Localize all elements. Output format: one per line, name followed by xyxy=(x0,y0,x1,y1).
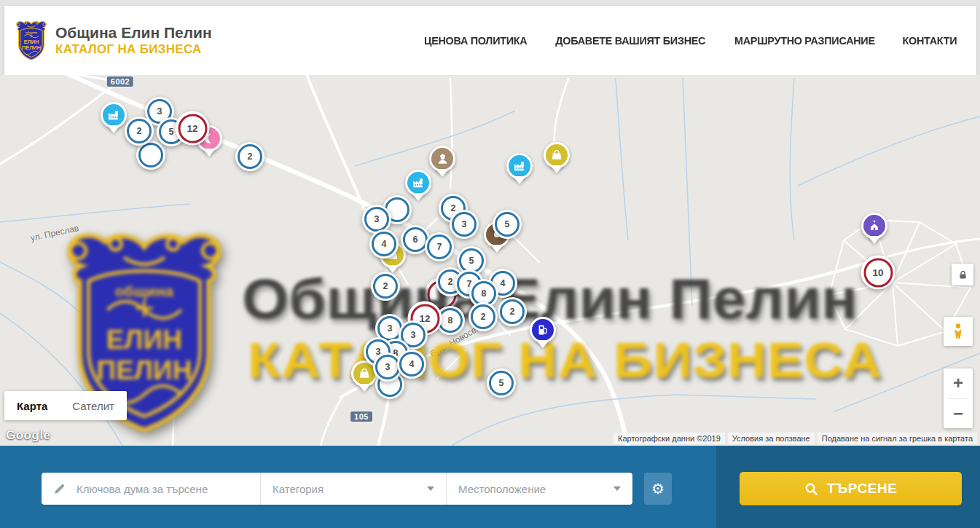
category-select-value: Категория xyxy=(273,483,324,495)
chevron-down-icon xyxy=(427,486,434,491)
factory-pin[interactable] xyxy=(405,170,431,196)
map-canvas[interactable]: 6002105ул. Преславбул. „Новосел 3 Община… xyxy=(0,75,980,446)
cluster-count: 2 xyxy=(127,119,152,143)
main-nav: ЦЕНОВА ПОЛИТИКА ДОБАВЕТЕ ВАШИЯТ БИЗНЕС М… xyxy=(422,6,958,75)
cluster-count: 5 xyxy=(495,212,520,237)
cluster-count: 12 xyxy=(178,114,207,143)
site-logo[interactable]: Община Елин Пелин КАТАЛОГ НА БИЗНЕСА xyxy=(15,20,212,61)
pin-tail xyxy=(107,125,120,140)
church-pin[interactable] xyxy=(861,213,887,239)
cluster-marker[interactable]: 4 xyxy=(397,350,426,379)
factory-icon xyxy=(101,102,127,128)
report-error-link[interactable]: Подаване на сигнал за грешка в картата xyxy=(818,433,977,444)
municipality-crest-icon xyxy=(15,20,48,61)
zoom-control: + − xyxy=(944,369,973,428)
bag-icon xyxy=(544,142,570,168)
worker-pin[interactable] xyxy=(429,146,455,172)
search-fields: Категория Местоположение xyxy=(42,473,632,505)
map-type-satellite-button[interactable]: Сателит xyxy=(60,400,127,412)
factory-pin[interactable] xyxy=(101,102,127,128)
cluster-count: 2 xyxy=(373,274,398,299)
pencil-icon xyxy=(53,482,66,495)
search-icon xyxy=(804,482,818,496)
pin-tail xyxy=(436,169,449,184)
cluster-count: 2 xyxy=(238,144,262,169)
lock-icon xyxy=(957,269,968,280)
chevron-down-icon xyxy=(614,486,621,491)
gear-icon: ⚙ xyxy=(651,480,665,497)
attribution-copyright: Картографски данни ©2019 xyxy=(614,433,725,444)
pin-tail xyxy=(550,165,563,180)
site-subtitle: КАТАЛОГ НА БИЗНЕСА xyxy=(55,42,212,57)
cluster-count: 7 xyxy=(427,235,452,259)
page: Община Елин Пелин КАТАЛОГ НА БИЗНЕСА ЦЕН… xyxy=(0,0,980,528)
pin-tail xyxy=(358,384,371,398)
search-button[interactable]: ТЪРСЕНЕ xyxy=(740,472,962,505)
pin-tail xyxy=(536,340,549,355)
cluster-marker[interactable]: 2 xyxy=(469,302,498,331)
cluster-marker[interactable]: 12 xyxy=(176,111,210,146)
fullscreen-lock-button[interactable] xyxy=(952,264,973,285)
search-button-label: ТЪРСЕНЕ xyxy=(827,481,898,497)
cluster-marker[interactable]: 7 xyxy=(425,232,454,261)
nav-pricing-policy[interactable]: ЦЕНОВА ПОЛИТИКА xyxy=(424,34,527,47)
cluster-count: 2 xyxy=(500,299,525,324)
factory-icon xyxy=(506,153,533,179)
street-view-pegman-button[interactable] xyxy=(944,317,973,346)
pegman-icon xyxy=(949,322,968,341)
cluster-count: 10 xyxy=(863,258,893,287)
location-select-value: Местоположение xyxy=(458,483,546,495)
fuel-pin[interactable] xyxy=(530,317,556,343)
cluster-count: 3 xyxy=(375,355,400,379)
factory-icon xyxy=(405,170,431,196)
cluster-count: 4 xyxy=(372,232,396,256)
keyword-search-input[interactable] xyxy=(75,482,251,496)
factory-pin[interactable] xyxy=(506,153,533,179)
pin-tail xyxy=(412,193,425,208)
cluster-marker[interactable]: 3 xyxy=(450,210,479,239)
cluster-count: 4 xyxy=(399,352,424,377)
search-bar: Категория Местоположение ⚙ ТЪРСЕНЕ xyxy=(0,446,980,528)
worker-icon xyxy=(429,146,455,172)
advanced-search-button[interactable]: ⚙ xyxy=(644,473,672,505)
nav-add-business[interactable]: ДОБАВЕТЕ ВАШИЯТ БИЗНЕС xyxy=(555,34,705,47)
terms-link[interactable]: Условия за ползване xyxy=(728,433,815,444)
nav-route-schedule[interactable]: МАРШРУТНО РАЗПИСАНИЕ xyxy=(734,34,875,47)
cluster-marker[interactable]: 5 xyxy=(493,210,522,239)
cluster-marker[interactable]: 2 xyxy=(235,142,264,171)
pin-tail xyxy=(868,236,881,251)
cluster-count: 2 xyxy=(471,304,495,329)
cluster-count: 3 xyxy=(452,212,477,237)
cluster-count: 6 xyxy=(403,227,428,252)
keyword-field xyxy=(42,473,260,505)
category-select[interactable]: Категория xyxy=(260,473,446,505)
map-type-control: Карта Сателит xyxy=(4,391,127,420)
zoom-out-button[interactable]: − xyxy=(944,399,973,429)
bag-pin[interactable] xyxy=(544,142,570,168)
cluster-count: 5 xyxy=(489,371,514,395)
pin-tail xyxy=(203,149,216,163)
pin-tail xyxy=(513,176,526,191)
nav-contacts[interactable]: КОНТАКТИ xyxy=(903,34,957,47)
church-icon xyxy=(861,213,887,239)
cluster-marker[interactable]: 10 xyxy=(861,256,895,290)
site-title: Община Елин Пелин xyxy=(55,24,212,42)
header: Община Елин Пелин КАТАЛОГ НА БИЗНЕСА ЦЕН… xyxy=(4,6,976,75)
google-logo[interactable]: Google xyxy=(6,428,51,443)
cluster-marker[interactable]: 2 xyxy=(125,117,154,146)
markers-layer: 32512223564752274828212338334510 xyxy=(0,75,980,446)
cluster-marker[interactable]: 5 xyxy=(487,369,516,398)
map-type-map-button[interactable]: Карта xyxy=(4,400,60,412)
map-attribution: Картографски данни ©2019 Условия за полз… xyxy=(614,433,977,444)
cluster-marker[interactable]: 4 xyxy=(369,229,399,259)
location-select[interactable]: Местоположение xyxy=(446,473,632,505)
cluster-marker[interactable]: 2 xyxy=(371,272,400,301)
fuel-icon xyxy=(530,317,556,343)
cluster-marker[interactable]: 2 xyxy=(498,297,527,326)
zoom-in-button[interactable]: + xyxy=(944,369,973,398)
